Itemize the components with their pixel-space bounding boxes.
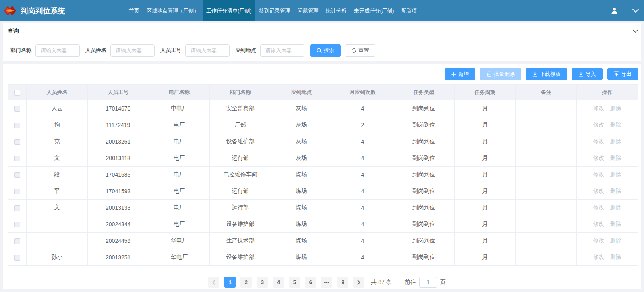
row-checkbox[interactable] xyxy=(14,123,20,128)
worker-id-input[interactable] xyxy=(185,44,230,57)
row-checkbox[interactable] xyxy=(14,238,20,244)
pager-page-4[interactable]: 4 xyxy=(273,277,284,288)
edit-link[interactable]: 修改 xyxy=(593,254,605,260)
plant-name-cell: 中电厂 xyxy=(149,100,210,117)
row-checkbox[interactable] xyxy=(14,222,20,227)
nav-item-2[interactable]: 区域地点管理（厂侧） xyxy=(143,0,203,21)
location-cell: 煤场 xyxy=(271,249,332,266)
edit-link[interactable]: 修改 xyxy=(593,221,605,227)
row-checkbox[interactable] xyxy=(14,156,20,161)
import-icon xyxy=(578,71,584,77)
location-input[interactable] xyxy=(260,44,304,57)
remark-cell xyxy=(516,183,577,200)
delete-link[interactable]: 删除 xyxy=(610,221,621,227)
dept-name-input[interactable] xyxy=(35,44,80,57)
pager-page-3[interactable]: 3 xyxy=(257,277,268,288)
edit-link[interactable]: 修改 xyxy=(593,121,605,128)
nav-item-1[interactable]: 首页 xyxy=(125,0,143,21)
delete-link[interactable]: 删除 xyxy=(610,138,621,144)
field-worker-id: 人员工号 xyxy=(160,44,230,57)
field-location: 应到地点 xyxy=(235,44,304,57)
row-checkbox[interactable] xyxy=(14,172,20,178)
task-period-cell: 月 xyxy=(454,117,516,133)
row-select-cell xyxy=(8,117,27,133)
nav-item-4[interactable]: 签到记录管理 xyxy=(255,0,294,21)
delete-link[interactable]: 删除 xyxy=(610,188,621,194)
search-button[interactable]: 搜索 xyxy=(310,44,341,57)
row-checkbox[interactable] xyxy=(14,255,20,261)
person-name-input[interactable] xyxy=(110,44,155,57)
pager-page-9[interactable]: 9 xyxy=(337,277,348,288)
nav-item-7[interactable]: 未完成任务(厂侧) xyxy=(350,0,398,21)
edit-link[interactable]: 修改 xyxy=(593,138,605,144)
dept-name-label: 部门名称 xyxy=(10,47,31,54)
edit-link[interactable]: 修改 xyxy=(593,204,605,211)
delete-link[interactable]: 删除 xyxy=(610,237,621,244)
location-label: 应到地点 xyxy=(235,47,256,54)
toolbar: 新增 批量删除 xyxy=(8,64,638,80)
row-checkbox[interactable] xyxy=(14,106,20,112)
table-row: 20024459华电厂生产技术部煤场4到岗到位月修改删除 xyxy=(8,233,638,249)
col-location: 应到地点 xyxy=(271,85,332,100)
batch-delete-button[interactable]: 批量删除 xyxy=(480,68,521,80)
edit-link[interactable]: 修改 xyxy=(593,188,605,194)
table-row: 克20013251电厂设备维护部灰场4到岗到位月修改删除 xyxy=(8,133,638,150)
pager-more-button[interactable]: ••• xyxy=(321,277,332,288)
nav-item-8[interactable]: 配置项 xyxy=(398,0,420,21)
delete-link[interactable]: 删除 xyxy=(610,154,621,161)
nav-item-6[interactable]: 统计分析 xyxy=(322,0,350,21)
prev-page-button[interactable] xyxy=(208,277,219,288)
col-dept-name: 部门名称 xyxy=(210,85,271,100)
brand: 到岗到位系统 xyxy=(0,0,125,21)
col-actions: 操作 xyxy=(577,85,638,100)
edit-link[interactable]: 修改 xyxy=(593,154,605,161)
pager-page-6[interactable]: 6 xyxy=(305,277,316,288)
remark-cell xyxy=(516,249,577,266)
table-wrap: 人员姓名 人员工号 电厂名称 部门名称 应到地点 月应到次数 任务类型 任务周期… xyxy=(8,84,638,266)
delete-link[interactable]: 删除 xyxy=(610,204,621,211)
add-button[interactable]: 新增 xyxy=(445,68,475,80)
user-dropdown-chevron-icon[interactable] xyxy=(632,9,639,13)
edit-link[interactable]: 修改 xyxy=(593,171,605,177)
task-period-cell: 月 xyxy=(454,183,516,200)
edit-link[interactable]: 修改 xyxy=(593,105,605,111)
pager-page-5[interactable]: 5 xyxy=(289,277,300,288)
col-worker-id: 人员工号 xyxy=(87,85,149,100)
pager-page-2[interactable]: 2 xyxy=(240,277,252,288)
delete-link[interactable]: 删除 xyxy=(610,254,621,260)
edit-link[interactable]: 修改 xyxy=(593,237,605,244)
actions-cell: 修改删除 xyxy=(577,167,638,183)
content-panel: 新增 批量删除 xyxy=(3,64,641,289)
remark-cell xyxy=(516,117,577,133)
user-menu[interactable] xyxy=(611,7,618,14)
delete-link[interactable]: 删除 xyxy=(610,171,621,177)
nav-item-3[interactable]: 工作任务清单(厂侧) xyxy=(203,0,255,21)
delete-link[interactable]: 删除 xyxy=(610,121,621,128)
delete-link[interactable]: 删除 xyxy=(610,105,621,111)
next-page-button[interactable] xyxy=(353,277,364,288)
row-select-cell xyxy=(8,183,27,200)
person-name-cell xyxy=(27,233,88,249)
select-all-checkbox[interactable] xyxy=(14,90,20,96)
field-person-name: 人员姓名 xyxy=(85,44,155,57)
nav-item-5[interactable]: 问题管理 xyxy=(294,0,322,21)
task-period-cell: 月 xyxy=(454,167,516,183)
location-cell: 煤场 xyxy=(271,216,332,233)
download-template-button[interactable]: 下载模板 xyxy=(526,68,567,80)
import-button[interactable]: 导入 xyxy=(572,68,603,80)
collapse-query-icon[interactable] xyxy=(633,29,638,33)
plant-name-cell: 电厂 xyxy=(149,183,210,200)
task-type-cell: 到岗到位 xyxy=(393,249,454,266)
row-checkbox[interactable] xyxy=(14,189,20,194)
export-button[interactable]: 导出 xyxy=(607,68,638,80)
goto-page-input[interactable] xyxy=(419,277,437,288)
row-checkbox[interactable] xyxy=(14,205,20,211)
location-cell: 灰场 xyxy=(271,150,332,167)
pager-page-1[interactable]: 1 xyxy=(224,277,236,288)
row-select-cell xyxy=(8,249,27,266)
reset-button[interactable]: 重置 xyxy=(345,44,375,57)
row-checkbox[interactable] xyxy=(14,139,20,145)
worker-id-cell: 20013118 xyxy=(87,150,149,167)
worker-id-cell: 20013251 xyxy=(87,133,149,150)
dept-name-cell: 厂部 xyxy=(210,117,271,133)
